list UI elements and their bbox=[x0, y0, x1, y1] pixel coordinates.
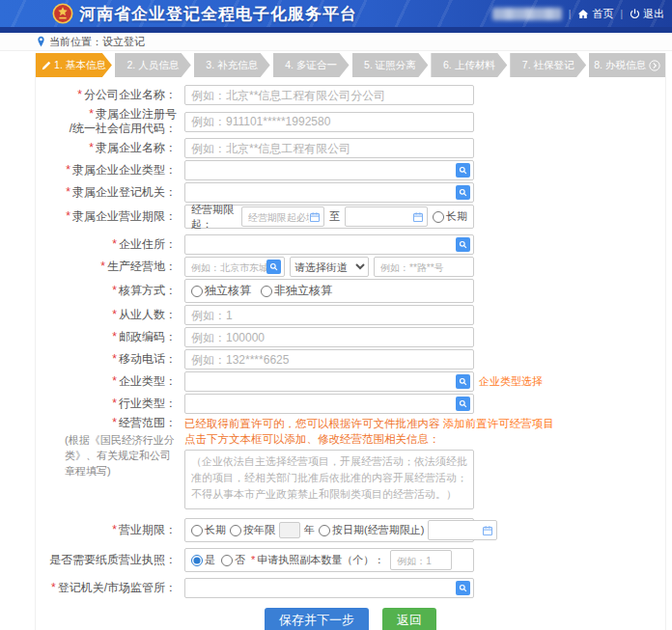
paper-license-yes-radio[interactable]: 是 bbox=[191, 553, 215, 567]
required-mark: * bbox=[112, 237, 117, 251]
required-mark: * bbox=[51, 581, 56, 594]
row-mobile: *移动电话： bbox=[36, 349, 665, 370]
term-end-date-input[interactable] bbox=[434, 522, 482, 538]
required-mark: * bbox=[112, 352, 117, 366]
term-to-label: 至 bbox=[329, 209, 340, 224]
step-tab-supplement[interactable]: 3. 补充信息 bbox=[194, 53, 270, 77]
row-accounting: *核算方式： 独立核算 非独立核算 bbox=[36, 279, 665, 303]
parent-authority-label: 隶属企业登记机关： bbox=[72, 185, 177, 199]
row-address: *企业住所： bbox=[36, 234, 665, 255]
back-button[interactable]: 返回 bbox=[382, 608, 436, 630]
nav-separator: | bbox=[620, 9, 623, 19]
postcode-input[interactable] bbox=[191, 329, 470, 345]
row-employees: *从业人数： bbox=[36, 305, 665, 325]
district-picker-icon[interactable] bbox=[266, 260, 281, 274]
app-header: 河南省企业登记全程电子化服务平台 | 首页 | 退出 bbox=[0, 0, 672, 33]
step-tab-personnel[interactable]: 2. 人员信息 bbox=[115, 53, 191, 77]
required-mark: * bbox=[251, 554, 255, 565]
required-mark: * bbox=[112, 284, 117, 297]
registry-label: 登记机关/市场监管所： bbox=[58, 581, 177, 594]
registry-input[interactable] bbox=[191, 580, 456, 596]
content-card: 1. 基本信息 2. 人员信息 3. 补充信息 4. 多证合一 5. 证照分离 … bbox=[35, 53, 666, 630]
step-tab-tax-info[interactable]: 8. 办税信息 bbox=[589, 53, 665, 77]
page: 河南省企业登记全程电子化服务平台 | 首页 | 退出 当前位置：设立登记 1. … bbox=[0, 0, 672, 630]
place-detail-input[interactable] bbox=[380, 259, 470, 275]
accounting-independent-radio[interactable]: 独立核算 bbox=[191, 283, 251, 299]
parent-type-label: 隶属企业企业类型： bbox=[72, 163, 177, 177]
mobile-label: 移动电话： bbox=[119, 352, 177, 366]
parent-authority-picker-icon[interactable] bbox=[456, 185, 470, 200]
mobile-input[interactable] bbox=[191, 351, 470, 368]
row-registry: *登记机关/市场监管所： bbox=[36, 578, 665, 598]
calendar-icon[interactable] bbox=[482, 525, 493, 536]
step-tab-cert-separation[interactable]: 5. 证照分离 bbox=[352, 53, 429, 77]
radio-label: 按日期(经营期限止) bbox=[332, 523, 424, 537]
parent-type-picker-icon[interactable] bbox=[456, 163, 470, 178]
national-emblem-icon bbox=[52, 3, 73, 24]
company-type-label: 企业类型： bbox=[119, 374, 177, 388]
required-mark: * bbox=[100, 260, 105, 273]
accounting-non-independent-radio[interactable]: 非独立核算 bbox=[261, 283, 332, 299]
required-mark: * bbox=[66, 185, 70, 199]
production-place-label: 生产经营地： bbox=[107, 260, 177, 273]
address-input[interactable] bbox=[191, 236, 456, 253]
term-from-input[interactable] bbox=[248, 208, 309, 225]
industry-type-input[interactable] bbox=[191, 396, 456, 412]
required-mark: * bbox=[112, 523, 117, 536]
employees-input[interactable] bbox=[191, 307, 470, 323]
company-type-select-link[interactable]: 企业类型选择 bbox=[479, 374, 543, 389]
company-type-picker-icon[interactable] bbox=[456, 374, 470, 389]
step-tab-multi-cert[interactable]: 4. 多证合一 bbox=[273, 53, 350, 77]
copies-label: 申请执照副本数量（个）： bbox=[257, 554, 384, 565]
step-tab-upload[interactable]: 6. 上传材料 bbox=[431, 53, 507, 77]
business-scope-textarea[interactable] bbox=[184, 450, 474, 509]
branch-name-input[interactable] bbox=[191, 87, 470, 103]
nav-logout[interactable]: 退出 bbox=[630, 7, 664, 21]
years-input[interactable] bbox=[279, 522, 300, 538]
parent-name-input[interactable] bbox=[191, 140, 470, 156]
paper-license-no-radio[interactable]: 否 bbox=[221, 553, 245, 567]
user-name-redacted bbox=[492, 8, 562, 20]
calendar-icon[interactable] bbox=[412, 211, 424, 223]
step-label: 8. 办税信息 bbox=[594, 59, 646, 72]
required-mark: * bbox=[112, 397, 117, 410]
nav-home[interactable]: 首页 bbox=[577, 7, 613, 21]
business-scope-label: 经营范围： bbox=[119, 416, 177, 429]
copies-input[interactable] bbox=[397, 552, 448, 568]
district-input[interactable] bbox=[191, 259, 266, 275]
term-by-years-radio[interactable]: 按年限 bbox=[230, 523, 275, 537]
parent-code-input[interactable] bbox=[191, 114, 470, 130]
nav-separator: | bbox=[569, 9, 572, 19]
chevron-right-circle-icon[interactable] bbox=[649, 60, 660, 71]
registry-picker-icon[interactable] bbox=[456, 581, 470, 595]
step-tab-basic-info[interactable]: 1. 基本信息 bbox=[36, 53, 112, 77]
parent-authority-input[interactable] bbox=[191, 184, 456, 201]
term-by-date-radio[interactable]: 按日期(经营期限止) bbox=[319, 523, 424, 537]
required-mark: * bbox=[112, 374, 117, 388]
company-type-input[interactable] bbox=[191, 373, 456, 390]
step-tab-social-security[interactable]: 7. 社保登记 bbox=[510, 53, 586, 77]
term-to-input[interactable] bbox=[351, 208, 412, 225]
nav-logout-label: 退出 bbox=[643, 7, 664, 21]
business-term-label: 营业期限： bbox=[119, 523, 177, 536]
required-mark: * bbox=[77, 88, 82, 101]
parent-term-label: 隶属企业营业期限： bbox=[72, 209, 177, 223]
business-scope-note: (根据《国民经济行业分类》、有关规定和公司章程填写) bbox=[65, 433, 177, 479]
parent-code-label-line1: 隶属企业注册号 bbox=[96, 107, 177, 121]
required-mark: * bbox=[89, 141, 94, 154]
parent-term-long-radio[interactable]: 长期 bbox=[433, 209, 467, 224]
save-next-button[interactable]: 保存并下一步 bbox=[265, 608, 369, 630]
radio-label: 否 bbox=[235, 553, 245, 567]
add-pre-license-link[interactable]: 添加前置许可经营项目 bbox=[443, 418, 554, 429]
address-picker-icon[interactable] bbox=[456, 237, 470, 252]
industry-type-picker-icon[interactable] bbox=[456, 397, 470, 411]
row-parent-authority: *隶属企业登记机关： bbox=[36, 182, 665, 203]
required-mark: * bbox=[112, 416, 117, 429]
parent-type-input[interactable] bbox=[191, 162, 456, 178]
radio-label: 是 bbox=[205, 553, 215, 567]
street-select[interactable]: 请选择街道 bbox=[290, 257, 369, 277]
calendar-icon[interactable] bbox=[309, 211, 321, 223]
row-company-type: *企业类型： 企业类型选择 bbox=[36, 371, 665, 392]
required-mark: * bbox=[89, 107, 94, 121]
term-long-radio[interactable]: 长期 bbox=[191, 523, 226, 537]
